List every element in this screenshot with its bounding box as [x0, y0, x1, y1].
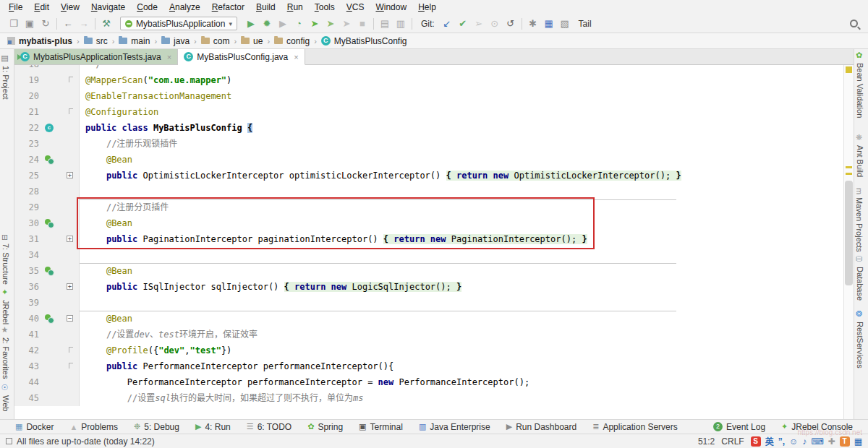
- code-line-35[interactable]: 35 @Bean: [14, 263, 843, 279]
- editor-scrollbar[interactable]: [843, 65, 854, 419]
- jrebel-debug-icon[interactable]: ➤: [323, 15, 339, 33]
- menu-file[interactable]: File: [3, 2, 28, 12]
- ime-lang-icon[interactable]: 英: [765, 435, 774, 447]
- stripe-button-7-structure[interactable]: ⊟7: Structure: [1, 234, 10, 285]
- cursor-position[interactable]: 51:2: [698, 436, 715, 447]
- stripe-button-bean-validation[interactable]: ✿Bean Validation: [855, 51, 864, 118]
- code-line-30[interactable]: 30 @Bean: [14, 215, 843, 231]
- code-area[interactable]: 18 */19@MapperScan("com.ue.mapper")20@En…: [14, 65, 843, 419]
- menu-refactor[interactable]: Refactor: [206, 2, 250, 12]
- code-line-19[interactable]: 19@MapperScan("com.ue.mapper"): [14, 72, 843, 88]
- warning-mark[interactable]: [846, 166, 852, 168]
- jrebel-run-icon[interactable]: ➤: [307, 15, 323, 33]
- git-history-icon[interactable]: ⊙: [487, 15, 503, 33]
- breadcrumb-item-mybatis-plus[interactable]: mybatis-plus: [7, 36, 72, 46]
- spring-bean-icon[interactable]: [45, 155, 54, 165]
- code-line-41[interactable]: 41 //设置dev、test环境开启，保证效率: [14, 327, 843, 343]
- git-commit-icon[interactable]: ✔: [455, 15, 471, 33]
- toolwindow-button-5-debug[interactable]: ❉5: Debug: [126, 422, 187, 432]
- stripe-button-jrebel[interactable]: ✦JRebel: [1, 288, 10, 324]
- git-push-icon[interactable]: ➢: [471, 15, 487, 33]
- build-hammer-icon[interactable]: ⚒: [98, 15, 114, 33]
- back-icon[interactable]: ←: [60, 15, 76, 33]
- breadcrumb-item-main[interactable]: main: [119, 36, 150, 46]
- code-line-43[interactable]: 43 public PerformanceInterceptor perform…: [14, 358, 843, 374]
- code-line-21[interactable]: 21@Configuration: [14, 104, 843, 120]
- code-line-40[interactable]: 40− @Bean: [14, 311, 843, 327]
- git-update-icon[interactable]: ↙: [439, 15, 455, 33]
- run-config-select[interactable]: MybatisPlusApplication▾: [120, 17, 237, 30]
- toolwindow-button-docker[interactable]: ▦Docker: [7, 422, 61, 432]
- stripe-button-ant-build[interactable]: ❈Ant Build: [855, 133, 864, 177]
- fold-expand-icon[interactable]: +: [67, 283, 73, 290]
- fold-expand-icon[interactable]: +: [67, 236, 73, 242]
- breadcrumb-item-java[interactable]: java: [161, 36, 190, 46]
- spring-bean-icon[interactable]: [45, 267, 54, 276]
- code-line-29[interactable]: 29 //注册分页插件: [14, 199, 843, 215]
- menu-navigate[interactable]: Navigate: [85, 2, 131, 12]
- code-line-42[interactable]: 42 @Profile({"dev","test"}): [14, 343, 843, 358]
- junit-report-icon[interactable]: ▤: [377, 15, 393, 33]
- spring-bean-icon[interactable]: [45, 219, 54, 228]
- stripe-button-restservices[interactable]: ❂RestServices: [855, 309, 864, 369]
- menu-window[interactable]: Window: [370, 2, 412, 12]
- open-icon[interactable]: ❒: [6, 15, 22, 33]
- toolwindow-button-run-dashboard[interactable]: ▶Run Dashboard: [498, 422, 585, 432]
- ime-keyboard-icon[interactable]: ⌨: [811, 436, 823, 447]
- code-line-45[interactable]: 45 //设置sql执行的最大时间，如果超过了则不执行，单位为ms: [14, 390, 843, 406]
- line-ending-indicator[interactable]: CRLF: [721, 436, 744, 447]
- menu-edit[interactable]: Edit: [28, 2, 55, 12]
- toolwindow-button-problems[interactable]: ▲Problems: [61, 422, 126, 432]
- ime-punct-icon[interactable]: ”,: [778, 436, 785, 447]
- code-line-24[interactable]: 24 @Bean: [14, 152, 843, 168]
- menu-run[interactable]: Run: [281, 2, 309, 12]
- toolwindow-button-application-servers[interactable]: ≣Application Servers: [584, 422, 686, 432]
- git-rollback-icon[interactable]: ↺: [503, 15, 519, 33]
- menu-code[interactable]: Code: [131, 2, 163, 12]
- breadcrumb-item-ue[interactable]: ue: [241, 36, 263, 46]
- stripe-button-maven-projects[interactable]: mMaven Projects: [855, 188, 864, 252]
- fold-collapse-icon[interactable]: −: [67, 315, 73, 322]
- menu-tools[interactable]: Tools: [309, 2, 341, 12]
- stripe-button-database[interactable]: ⛁Database: [855, 254, 864, 301]
- menu-view[interactable]: View: [55, 2, 85, 12]
- breadcrumb-item-com[interactable]: com: [201, 36, 230, 46]
- rerun-icon[interactable]: ➤: [339, 15, 354, 33]
- breadcrumb-item-mybatisplusconfig[interactable]: CMyBatisPlusConfig: [321, 36, 407, 46]
- code-line-20[interactable]: 20@EnableTransactionManagement: [14, 88, 843, 104]
- toolwindow-button-terminal[interactable]: ▣Terminal: [351, 422, 411, 432]
- menu-analyze[interactable]: Analyze: [163, 2, 206, 12]
- code-line-28[interactable]: 28: [14, 184, 843, 199]
- spring-bean-icon[interactable]: [45, 314, 54, 324]
- wrench-icon[interactable]: ✱: [525, 15, 541, 33]
- profiler-icon[interactable]: ◔: [291, 15, 307, 33]
- scrollbar-thumb[interactable]: [845, 181, 853, 285]
- ime-grid-icon[interactable]: ▦: [854, 436, 862, 447]
- ime-mic-icon[interactable]: ♪: [802, 436, 807, 447]
- code-line-25[interactable]: 25+ public OptimisticLockerInterceptor o…: [14, 168, 843, 184]
- ime-toolbox-icon[interactable]: ✚: [828, 436, 835, 447]
- code-line-44[interactable]: 44 PerformanceInterceptor performanceInt…: [14, 374, 843, 390]
- toolwindow-button-6-todo[interactable]: ☰6: TODO: [239, 422, 299, 432]
- forward-icon[interactable]: →: [76, 15, 92, 33]
- save-icon[interactable]: ▣: [22, 15, 38, 33]
- menu-help[interactable]: Help: [412, 2, 442, 12]
- run-coverage-icon[interactable]: ▶: [275, 15, 291, 33]
- stripe-button-2-favorites[interactable]: ★2: Favorites: [1, 325, 10, 379]
- stripe-button-web[interactable]: ☉Web: [1, 383, 10, 411]
- menu-build[interactable]: Build: [250, 2, 281, 12]
- breadcrumb-item-config[interactable]: config: [274, 36, 310, 46]
- close-icon[interactable]: ×: [167, 53, 171, 61]
- ime-emoji-icon[interactable]: ☺: [789, 436, 798, 447]
- save-layout-icon[interactable]: ▧: [557, 15, 573, 33]
- run-icon[interactable]: ▶: [243, 15, 259, 33]
- toolwindow-button-jrebel-console[interactable]: ✦JRebel Console: [773, 422, 861, 432]
- search-everywhere-icon[interactable]: [850, 20, 858, 27]
- toolwindow-button-spring[interactable]: ✿Spring: [299, 422, 351, 432]
- close-icon[interactable]: ×: [294, 53, 298, 61]
- code-line-22[interactable]: 22cpublic class MyBatisPlusConfig {: [14, 120, 843, 136]
- code-line-31[interactable]: 31+ public PaginationInterceptor paginat…: [14, 231, 843, 247]
- inspection-status-square[interactable]: [846, 66, 852, 73]
- sync-icon[interactable]: ↻: [38, 15, 54, 33]
- coverage-report-icon[interactable]: ▥: [393, 15, 409, 33]
